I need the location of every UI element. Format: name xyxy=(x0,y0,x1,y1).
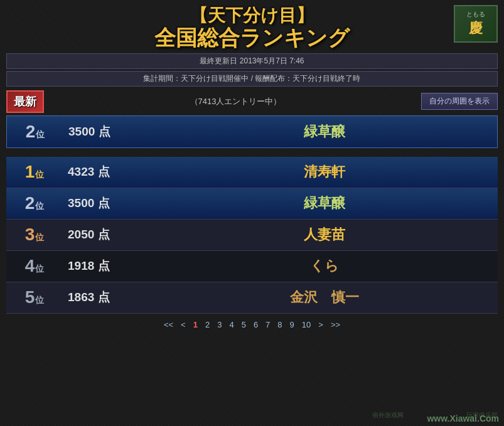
name-cell: 人妻苗 xyxy=(151,225,498,244)
name-cell: 金沢 慎一 xyxy=(151,288,498,307)
score-cell: 2050 点 xyxy=(63,226,151,243)
title-area: 【天下分け目】 全国総合ランキング ともる 慶 xyxy=(6,5,498,50)
period-bar: 集計期間：天下分け目戦開催中 / 報酬配布：天下分け目戦終了時 xyxy=(6,71,498,87)
rank-num: 2 xyxy=(25,193,35,213)
show-around-button[interactable]: 自分の周囲を表示 xyxy=(421,93,498,110)
score-cell: 1863 点 xyxy=(63,289,151,306)
page-button[interactable]: 7 xyxy=(263,319,272,331)
featured-score: 3500 点 xyxy=(63,124,151,140)
table-row: 1 位 4323 点 清寿軒 xyxy=(6,157,498,188)
table-row: 4 位 1918 点 くら xyxy=(6,251,498,282)
rank-suffix: 位 xyxy=(35,201,44,212)
name-cell: 清寿軒 xyxy=(151,162,498,181)
ranking-table: 1 位 4323 点 清寿軒 2 位 3500 点 緑草醸 3 位 2050 点 xyxy=(6,157,498,314)
rank-cell: 5 位 xyxy=(6,287,63,307)
page-button[interactable]: 2 xyxy=(203,319,212,331)
rank-label: 1 位 xyxy=(25,162,45,182)
rank-suffix: 位 xyxy=(35,232,44,243)
rank-label: 2 位 xyxy=(25,193,45,213)
page-button[interactable]: 5 xyxy=(239,319,249,331)
name-cell: 緑草醸 xyxy=(151,194,498,213)
rank-label: 5 位 xyxy=(25,287,45,307)
score-cell: 4323 点 xyxy=(63,164,151,180)
rank-cell: 2 位 xyxy=(6,193,63,213)
featured-rank: 2 位 xyxy=(26,122,45,142)
rank-cell: 4 位 xyxy=(6,256,63,276)
rank-cell: 3 位 xyxy=(6,225,63,245)
rank-label: 4 位 xyxy=(25,256,45,276)
rank-suffix: 位 xyxy=(35,264,44,275)
corner-badge: ともる 慶 xyxy=(454,5,498,43)
watermark-left: 俗外游戏网 xyxy=(372,411,404,420)
name-cell: くら xyxy=(151,257,498,275)
featured-row: 2 位 3500 点 緑草醸 xyxy=(6,115,498,148)
entry-count: （7413人エントリー中） xyxy=(50,96,421,107)
table-row: 5 位 1863 点 金沢 慎一 xyxy=(6,282,498,314)
page-button[interactable]: > xyxy=(316,319,326,331)
featured-rank-num: 2 xyxy=(26,122,36,142)
page-button[interactable]: 9 xyxy=(287,319,297,331)
page-button[interactable]: 10 xyxy=(299,319,313,331)
score-cell: 1918 点 xyxy=(63,258,151,274)
rank-cell: 1 位 xyxy=(6,162,63,182)
page-button[interactable]: < xyxy=(178,319,188,331)
rank-suffix: 位 xyxy=(35,169,44,181)
page-button[interactable]: 8 xyxy=(275,319,284,331)
table-row: 2 位 3500 点 緑草醸 xyxy=(6,188,498,220)
pagination: <<<12345678910>>> xyxy=(6,319,498,331)
page-button[interactable]: 1 xyxy=(191,319,200,331)
page-button[interactable]: 4 xyxy=(227,319,236,331)
table-row: 3 位 2050 点 人妻苗 xyxy=(6,220,498,251)
latest-header: 最新 （7413人エントリー中） 自分の周囲を表示 xyxy=(6,90,498,113)
featured-rank-cell: 2 位 xyxy=(7,122,63,142)
corner-sub: ともる xyxy=(466,10,485,19)
featured-name: 緑草醸 xyxy=(151,122,497,141)
rank-num: 3 xyxy=(25,225,35,245)
page-button[interactable]: 3 xyxy=(215,319,224,331)
page-button[interactable]: 6 xyxy=(251,319,260,331)
title-line2: 全国総合ランキング xyxy=(6,26,498,50)
score-cell: 3500 点 xyxy=(63,195,151,211)
rank-num: 5 xyxy=(25,287,35,307)
latest-badge: 最新 xyxy=(6,90,44,113)
rank-num: 4 xyxy=(25,256,35,276)
watermark-url: www.Xiawai.Com xyxy=(422,411,504,426)
page-button[interactable]: << xyxy=(161,319,176,331)
rank-label: 3 位 xyxy=(25,225,45,245)
rank-num: 1 xyxy=(25,162,35,182)
last-update-bar: 最終更新日 2013年5月7日 7:46 xyxy=(6,53,498,69)
featured-rank-suffix: 位 xyxy=(36,129,45,141)
page-button[interactable]: >> xyxy=(328,319,343,331)
corner-char: 慶 xyxy=(469,19,483,38)
title-line1: 【天下分け目】 xyxy=(6,5,498,26)
rank-suffix: 位 xyxy=(35,295,44,306)
